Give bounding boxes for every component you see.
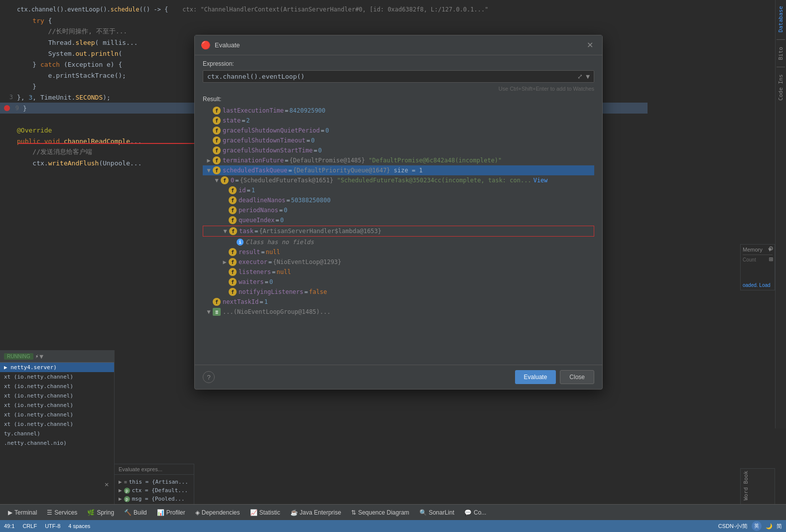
expand-icon[interactable]: ⤢ xyxy=(577,73,583,80)
toolbar-item-statistic[interactable]: 📈 Statistic xyxy=(246,507,284,518)
dropdown-icon[interactable]: ▼ xyxy=(586,73,590,80)
sidebar-item-bito[interactable]: Bito xyxy=(777,43,785,64)
dialog-body: Expression: ⤢ ▼ Use Ctrl+Shift+Enter to … xyxy=(195,55,602,365)
tree-item[interactable]: f notifyingListeners = false xyxy=(203,287,594,297)
view-link[interactable]: View xyxy=(533,177,548,184)
status-right: CSDN·小/简 英 🌙 简 xyxy=(718,521,782,531)
tree-item[interactable]: f waiters = 0 xyxy=(203,277,594,287)
toolbar-item-sonarlint[interactable]: 🔍 SonarLint xyxy=(415,507,458,518)
dialog-title-left: 🔴 Evaluate xyxy=(201,40,240,50)
thread-item[interactable]: .netty.channel.nio) xyxy=(0,438,114,448)
tree-item[interactable]: f deadlineNanos = 50388250800 xyxy=(203,195,594,205)
tree-item[interactable]: f result = null xyxy=(203,247,594,257)
running-badge: RUNNING xyxy=(4,353,33,360)
evaluate-dialog: 🔴 Evaluate ✕ Expression: ⤢ ▼ Use Ctrl+Sh… xyxy=(194,35,603,390)
field-icon: f xyxy=(229,248,237,256)
toolbar-item-java-enterprise[interactable]: ☕ Java Enterprise xyxy=(286,507,345,518)
tree-item[interactable]: f gracefulShutdownQuietPeriod = 0 xyxy=(203,126,594,135)
tree-item[interactable]: ▶ f executor = {NioEventLoop@1293} xyxy=(203,257,594,267)
thread-item[interactable]: xt (io.netty.channel) xyxy=(0,391,114,400)
tree-item-parent[interactable]: ▼ ≡ ...(NioEventLoopGroup@1485)... xyxy=(203,307,594,317)
result-tree[interactable]: f lastExecutionTime = 8420925900 f state… xyxy=(203,106,594,360)
dialog-close-button[interactable]: ✕ xyxy=(584,39,596,51)
toolbar-item-services[interactable]: ☰ Services xyxy=(43,507,81,518)
close-button[interactable]: Close xyxy=(560,370,594,384)
tree-item[interactable]: f nextTaskId = 1 xyxy=(203,297,594,307)
field-icon: f xyxy=(229,227,237,235)
toolbar-item-sequence-diagram[interactable]: ⇅ Sequence Diagram xyxy=(347,507,413,518)
tree-item[interactable]: f gracefulShutdownTimeout = 0 xyxy=(203,135,594,145)
toolbar-item-co[interactable]: 💬 Co... xyxy=(460,507,490,518)
status-encoding: UTF-8 xyxy=(45,523,60,529)
spring-icon: 🌿 xyxy=(87,509,95,516)
field-icon: f xyxy=(213,166,221,174)
field-icon: f xyxy=(213,107,221,115)
field-icon: f xyxy=(229,186,237,194)
tree-item-task[interactable]: ▼ f task = {ArtisanServerHandler$lambda@… xyxy=(203,226,594,237)
var-item[interactable]: ▶ ≡ this = {Artisan... xyxy=(119,478,190,486)
toolbar-item-build[interactable]: 🔨 Build xyxy=(120,507,151,518)
tree-item[interactable]: f gracefulShutdownStartTime = 0 xyxy=(203,145,594,155)
build-icon: 🔨 xyxy=(124,509,131,516)
thread-item[interactable]: xt (io.netty.channel) xyxy=(0,372,114,382)
toolbar-item-dependencies[interactable]: ◈ Dependencies xyxy=(191,507,244,518)
info-icon: i xyxy=(237,239,244,246)
toolbar-label-dependencies: Dependencies xyxy=(202,509,240,516)
code-line: ctx.channel().eventLoop().schedule(() ->… xyxy=(0,4,648,15)
tree-item[interactable]: f lastExecutionTime = 8420925900 xyxy=(203,106,594,116)
tree-item[interactable]: f periodNanos = 0 xyxy=(203,205,594,215)
toolbar-item-terminal[interactable]: ▶ Terminal xyxy=(4,507,41,518)
thread-item[interactable]: ty.channel) xyxy=(0,429,114,438)
layout-icon[interactable]: ⊞ xyxy=(769,255,773,263)
loaded-link[interactable]: oaded. Load xyxy=(743,282,773,288)
thread-item[interactable]: xt (io.netty.channel) xyxy=(0,419,114,429)
thread-item[interactable]: xt (io.netty.channel) xyxy=(0,400,114,410)
help-button[interactable]: ? xyxy=(203,371,215,383)
csdn-label: CSDN·小/简 xyxy=(718,523,748,530)
close-debug-notification[interactable]: ✕ xyxy=(105,480,109,488)
tree-item-no-fields: i Class has no fields xyxy=(203,237,594,247)
tree-item[interactable]: f listeners = null xyxy=(203,267,594,277)
sidebar-item-database[interactable]: Database xyxy=(777,2,785,36)
tree-item[interactable]: f state = 2 xyxy=(203,116,594,126)
toolbar-item-spring[interactable]: 🌿 Spring xyxy=(83,507,118,518)
tree-item[interactable]: f queueIndex = 0 xyxy=(203,215,594,225)
word-book-label: Word Book xyxy=(743,471,749,501)
statistic-icon: 📈 xyxy=(250,509,258,516)
tree-item[interactable]: f id = 1 xyxy=(203,185,594,195)
evaluate-button[interactable]: Evaluate xyxy=(515,370,556,384)
var-item[interactable]: ▶ p msg = {Pooled... xyxy=(119,495,190,503)
expression-input[interactable] xyxy=(207,73,577,80)
hint-text: Use Ctrl+Shift+Enter to add to Watches xyxy=(203,86,594,92)
thread-item[interactable]: xt (io.netty.channel) xyxy=(0,410,114,419)
expression-input-row: ⤢ ▼ xyxy=(203,70,594,83)
dropdown-icon[interactable]: ▼ xyxy=(39,353,43,360)
dialog-footer: ? Evaluate Close xyxy=(195,365,602,389)
field-icon: f xyxy=(213,146,221,154)
tree-item-scheduled-task-queue[interactable]: ▼ f scheduledTaskQueue = {DefaultPriorit… xyxy=(203,165,594,175)
divider xyxy=(777,39,785,40)
expression-label: Expression: xyxy=(203,60,594,67)
thread-item-active[interactable]: ▶ netty4.server) xyxy=(0,363,114,372)
thread-item[interactable]: xt (io.netty.channel) xyxy=(0,382,114,391)
field-icon: ≡ xyxy=(213,308,221,316)
bottom-toolbar: ▶ Terminal ☰ Services 🌿 Spring 🔨 Build 📊… xyxy=(0,504,786,520)
gear-icon[interactable]: ⚙ xyxy=(769,244,773,252)
thread-list[interactable]: ▶ netty4.server) xt (io.netty.channel) x… xyxy=(0,363,114,503)
right-panel-controls: ⚙ ⊞ xyxy=(769,244,773,263)
evaluate-expressions-panel: Evaluate expres... ▶ ≡ this = {Artisan..… xyxy=(115,464,194,505)
field-icon: f xyxy=(213,127,221,134)
result-label: Result: xyxy=(203,96,594,103)
tree-item[interactable]: ▼ f 0 = {ScheduledFutureTask@1651} "Sche… xyxy=(203,175,594,185)
field-icon: f xyxy=(229,196,237,204)
sidebar-item-code-ins[interactable]: Code Ins xyxy=(777,70,785,105)
var-item[interactable]: ▶ p ctx = {Default... xyxy=(119,486,190,495)
co-icon: 💬 xyxy=(464,509,472,516)
filter-icon[interactable]: ⚡ xyxy=(35,353,39,360)
field-icon: f xyxy=(213,156,221,164)
tree-item[interactable]: ▶ f terminationFuture = {DefaultPromise@… xyxy=(203,155,594,165)
avatar: 英 xyxy=(752,521,762,531)
field-icon: f xyxy=(229,206,237,214)
toolbar-item-profiler[interactable]: 📊 Profiler xyxy=(153,507,189,518)
status-line-ending: CRLF xyxy=(22,523,37,529)
